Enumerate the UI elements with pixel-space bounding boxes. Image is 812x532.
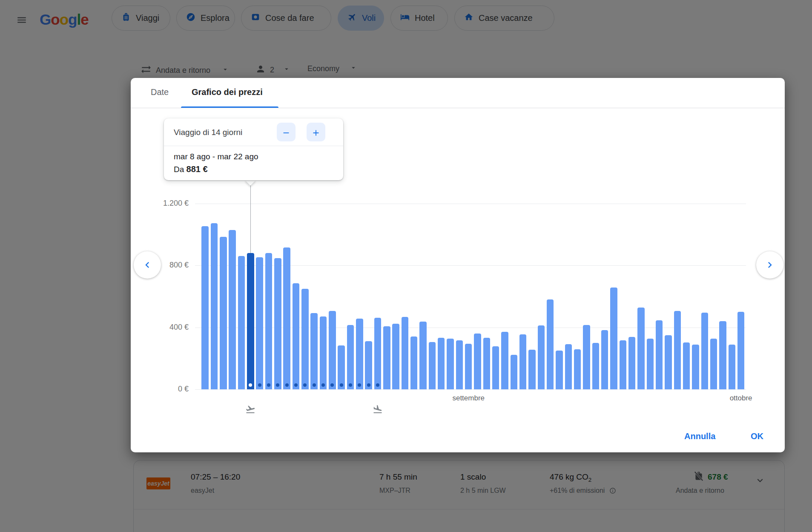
price-bar[interactable] (710, 339, 717, 389)
price-bar[interactable] (256, 257, 263, 389)
price-bar[interactable] (274, 258, 281, 389)
price-bar[interactable] (665, 335, 672, 389)
price-bar[interactable] (737, 312, 745, 389)
ok-button[interactable]: OK (747, 430, 767, 443)
price-bar[interactable] (338, 345, 345, 389)
price-bar[interactable] (701, 313, 709, 389)
trip-day-dot (340, 383, 343, 387)
price-bar[interactable] (320, 316, 327, 389)
price-bar[interactable] (547, 299, 554, 389)
cancel-button[interactable]: Annulla (681, 430, 719, 443)
price-bar[interactable] (465, 344, 472, 389)
y-axis-tick-label: 0 € (142, 385, 189, 394)
price-bar[interactable] (565, 344, 572, 389)
price-bar[interactable] (610, 288, 617, 389)
price-bar[interactable] (429, 342, 436, 389)
increase-days-button[interactable] (307, 123, 325, 141)
gridline (195, 204, 746, 204)
price-bar[interactable] (365, 341, 372, 389)
price-bar[interactable] (220, 237, 227, 389)
price-bar[interactable] (683, 342, 690, 389)
trip-day-dot (267, 383, 270, 387)
scroll-dates-forward-button[interactable] (756, 251, 783, 279)
month-label: ottobre (730, 394, 752, 403)
price-bar[interactable] (447, 339, 454, 389)
flight-takeoff-icon (245, 404, 255, 414)
trip-day-dot (313, 383, 316, 387)
price-bar[interactable] (620, 340, 627, 389)
price-bar[interactable] (492, 346, 499, 389)
y-axis-tick-label: 1.200 € (142, 199, 189, 208)
price-bar[interactable] (637, 308, 645, 389)
flight-land-icon (373, 404, 383, 414)
selected-bar-callout-line (250, 180, 251, 253)
price-bar-selected[interactable] (247, 253, 254, 389)
price-bar[interactable] (211, 223, 218, 389)
price-bar[interactable] (356, 319, 363, 389)
gridline (195, 389, 746, 390)
date-price-dialog: Date Grafico dei prezzi Viaggio di 14 gi… (131, 78, 785, 452)
trip-day-dot (367, 383, 370, 387)
price-bar[interactable] (519, 334, 527, 389)
price-bar[interactable] (419, 322, 427, 389)
price-bar[interactable] (501, 332, 508, 389)
price-bar[interactable] (556, 351, 563, 389)
price-bar[interactable] (293, 283, 300, 389)
trip-day-dot (285, 383, 289, 387)
trip-day-dot (349, 383, 352, 387)
trip-day-dot (321, 383, 325, 387)
price-bar[interactable] (374, 318, 382, 389)
trip-day-dot (376, 383, 379, 387)
price-bar[interactable] (383, 326, 390, 389)
price-bar[interactable] (265, 253, 273, 389)
price-bar[interactable] (511, 355, 518, 389)
price-bar[interactable] (719, 321, 726, 389)
trip-day-dot (258, 383, 261, 387)
selected-price: 881 € (187, 164, 208, 174)
selected-date-range: mar 8 ago - mar 22 ago (174, 152, 258, 161)
price-bar[interactable] (729, 345, 736, 389)
price-bar[interactable] (329, 311, 336, 389)
scroll-dates-back-button[interactable] (134, 251, 161, 279)
month-label: settembre (452, 394, 485, 403)
price-bar[interactable] (574, 349, 581, 389)
price-bar[interactable] (474, 334, 481, 389)
y-axis-tick-label: 400 € (142, 323, 189, 332)
price-bar[interactable] (283, 247, 290, 389)
tooltip-divider (164, 146, 343, 146)
price-bar[interactable] (674, 311, 681, 389)
trip-length-tooltip: Viaggio di 14 giorni mar 8 ago - mar 22 … (164, 118, 343, 180)
price-bar[interactable] (392, 324, 399, 389)
price-bar[interactable] (301, 289, 309, 389)
price-bar[interactable] (692, 345, 699, 389)
price-bar[interactable] (238, 256, 245, 389)
price-bar[interactable] (438, 338, 445, 389)
price-bar[interactable] (410, 336, 418, 389)
price-bar[interactable] (583, 325, 590, 389)
price-bar[interactable] (201, 226, 209, 389)
price-from: Da 881 € (174, 164, 208, 174)
price-bar[interactable] (592, 343, 600, 389)
price-bar[interactable] (347, 325, 354, 389)
price-bar[interactable] (229, 230, 236, 389)
price-bar[interactable] (310, 313, 318, 389)
price-bar[interactable] (538, 325, 545, 389)
price-bar[interactable] (628, 337, 636, 389)
page: Google Viaggi Esplora Cose da fare Voli (0, 0, 812, 532)
price-bar[interactable] (647, 339, 654, 389)
trip-day-dot (294, 383, 298, 387)
price-bar[interactable] (402, 317, 409, 389)
decrease-days-button[interactable] (277, 123, 296, 141)
price-bar[interactable] (656, 320, 663, 389)
price-bar[interactable] (456, 340, 463, 389)
price-bar[interactable] (528, 350, 536, 389)
price-bar[interactable] (483, 338, 491, 389)
price-bar[interactable] (601, 330, 608, 389)
trip-length-label: Viaggio di 14 giorni (174, 128, 242, 137)
